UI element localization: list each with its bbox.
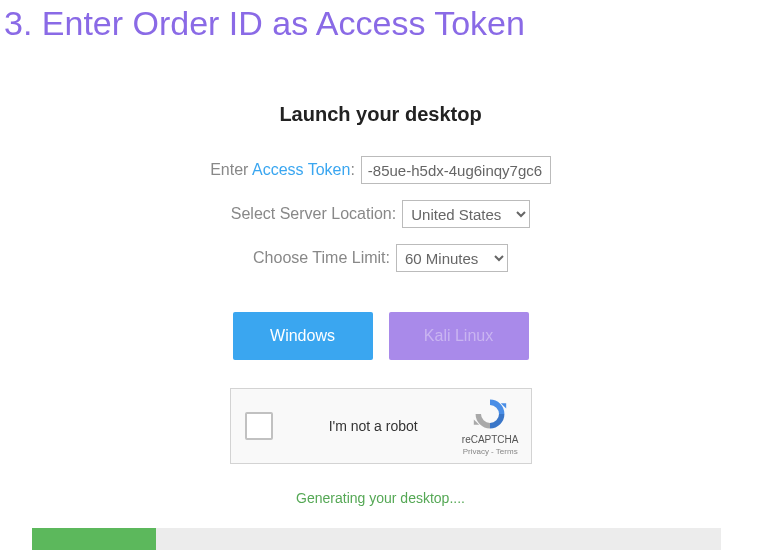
token-label-suffix: : [350, 161, 354, 178]
progress-bar [32, 528, 721, 550]
recaptcha-privacy-terms[interactable]: Privacy - Terms [462, 447, 519, 457]
time-limit-select[interactable]: 60 Minutes [396, 244, 508, 272]
recaptcha-icon [462, 396, 519, 432]
recaptcha-brand-text: reCAPTCHA [462, 434, 519, 446]
access-token-input[interactable] [361, 156, 551, 184]
windows-button[interactable]: Windows [233, 312, 373, 360]
server-label: Select Server Location: [231, 205, 396, 223]
time-row: Choose Time Limit: 60 Minutes [0, 244, 761, 272]
time-label: Choose Time Limit: [253, 249, 390, 267]
step-title: 3. Enter Order ID as Access Token [0, 0, 761, 43]
status-text: Generating your desktop.... [0, 490, 761, 506]
server-row: Select Server Location: United States [0, 200, 761, 228]
progress-fill [32, 528, 156, 550]
token-label-prefix: Enter [210, 161, 252, 178]
recaptcha-widget: I'm not a robot reCAPTCHA Privacy - Term… [230, 388, 532, 464]
access-token-link[interactable]: Access Token [252, 161, 350, 178]
recaptcha-label: I'm not a robot [285, 418, 462, 434]
os-buttons: Windows Kali Linux [0, 312, 761, 360]
server-location-select[interactable]: United States [402, 200, 530, 228]
token-row: Enter Access Token: [0, 156, 761, 184]
launch-form: Launch your desktop Enter Access Token: … [0, 43, 761, 506]
recaptcha-checkbox[interactable] [245, 412, 273, 440]
kali-linux-button[interactable]: Kali Linux [389, 312, 529, 360]
launch-heading: Launch your desktop [0, 103, 761, 126]
recaptcha-branding: reCAPTCHA Privacy - Terms [462, 396, 519, 457]
